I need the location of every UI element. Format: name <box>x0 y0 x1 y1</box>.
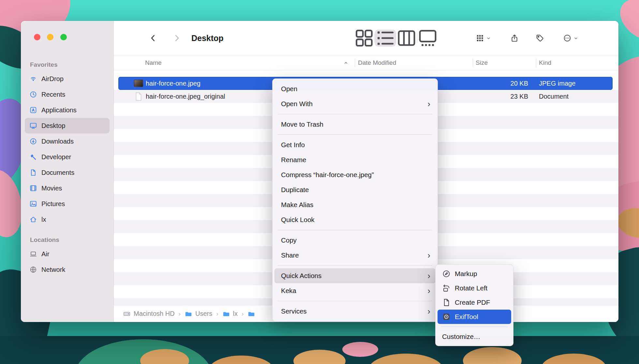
sidebar-item-air[interactable]: Air <box>25 246 110 262</box>
menu-item-open-with[interactable]: Open With <box>273 96 438 111</box>
menu-divider <box>278 301 432 301</box>
file-kind: JPEG image <box>539 77 575 90</box>
submenu-item-label: ExifTool <box>455 313 478 321</box>
menu-item-rename[interactable]: Rename <box>273 152 438 167</box>
film-icon <box>29 184 37 192</box>
sidebar-item-developer[interactable]: Developer <box>25 149 110 165</box>
sidebar-item-desktop[interactable]: Desktop <box>25 118 110 133</box>
icon-view-button[interactable] <box>354 30 375 47</box>
column-header-size[interactable]: Size <box>476 55 488 70</box>
column-header-kind[interactable]: Kind <box>539 55 551 70</box>
submenu-arrow-icon <box>427 100 430 108</box>
path-separator: › <box>179 310 181 317</box>
laptop-icon <box>29 250 37 258</box>
menu-item-label: Share <box>281 251 299 259</box>
tag-icon <box>536 34 544 42</box>
menu-item-copy[interactable]: Copy <box>273 233 438 248</box>
exiftool-icon <box>442 313 451 321</box>
menu-divider <box>278 134 432 135</box>
path-segment[interactable] <box>247 310 258 318</box>
menu-item-label: Get Info <box>281 141 305 149</box>
menu-item-label: Quick Look <box>281 216 315 224</box>
menu-divider <box>278 114 432 114</box>
sidebar-item-lx[interactable]: lx <box>25 212 110 227</box>
sidebar-item-label: Desktop <box>41 122 65 130</box>
sidebar-item-label: Recents <box>41 91 65 98</box>
submenu-item-customize[interactable]: Customize… <box>438 329 511 344</box>
column-divider[interactable] <box>355 58 355 67</box>
minimize-button[interactable] <box>47 34 53 40</box>
share-button[interactable] <box>506 30 523 47</box>
column-divider[interactable] <box>536 58 536 67</box>
create-pdf-icon <box>442 298 451 307</box>
column-view-button[interactable] <box>396 30 417 47</box>
submenu-item-label: Rotate Left <box>455 284 487 292</box>
submenu-item-create-pdf[interactable]: Create PDF <box>438 295 511 310</box>
submenu-item-rotate-left[interactable]: Rotate Left <box>438 281 511 295</box>
menu-item-compress[interactable]: Compress “hair-force-one.jpeg” <box>273 167 438 182</box>
gallery-view-button[interactable] <box>417 30 438 47</box>
jpeg-thumbnail-icon <box>134 80 143 87</box>
sidebar-item-network[interactable]: Network <box>25 262 110 277</box>
forward-button[interactable] <box>169 30 185 47</box>
sidebar-item-label: Developer <box>41 153 71 161</box>
menu-item-label: Services <box>281 307 307 315</box>
menu-divider <box>441 327 508 327</box>
list-view-button[interactable] <box>375 30 396 47</box>
zoom-button[interactable] <box>60 34 67 40</box>
folder-icon <box>185 310 192 318</box>
menu-item-quick-look[interactable]: Quick Look <box>273 212 438 227</box>
sidebar-item-label: Network <box>41 266 65 273</box>
sidebar-item-label: Air <box>41 250 49 258</box>
close-button[interactable] <box>34 34 40 40</box>
path-segment[interactable]: Macintosh HD <box>123 310 175 318</box>
menu-item-duplicate[interactable]: Duplicate <box>273 182 438 197</box>
path-segment[interactable]: lx <box>222 310 238 318</box>
tags-button[interactable] <box>532 30 548 47</box>
submenu-arrow-icon <box>427 251 430 259</box>
airdrop-icon <box>29 75 37 83</box>
submenu-arrow-icon <box>427 272 430 280</box>
sidebar-item-documents[interactable]: Documents <box>25 165 110 180</box>
menu-item-label: Move to Trash <box>281 120 323 128</box>
applications-icon <box>29 106 37 114</box>
column-divider[interactable] <box>473 58 473 67</box>
menu-item-keka[interactable]: Keka <box>273 283 438 298</box>
menu-item-label: Open <box>281 85 297 93</box>
file-kind: Document <box>539 90 569 103</box>
submenu-item-label: Markup <box>455 270 477 278</box>
menu-item-get-info[interactable]: Get Info <box>273 137 438 152</box>
desktop-icon <box>29 122 37 130</box>
submenu-item-markup[interactable]: Markup <box>438 267 511 281</box>
group-button[interactable] <box>471 30 495 47</box>
menu-item-open[interactable]: Open <box>273 81 438 96</box>
sidebar-item-pictures[interactable]: Pictures <box>25 196 110 212</box>
column-header-date-modified[interactable]: Date Modified <box>358 55 396 70</box>
search-button[interactable] <box>615 30 618 47</box>
group-icon <box>476 34 484 42</box>
sidebar-item-applications[interactable]: Applications <box>25 102 110 118</box>
more-actions-button[interactable] <box>558 30 583 47</box>
sidebar-item-recents[interactable]: Recents <box>25 87 110 102</box>
ellipsis-circle-icon <box>563 34 572 42</box>
menu-item-quick-actions[interactable]: Quick Actions <box>275 268 436 283</box>
menu-item-make-alias[interactable]: Make Alias <box>273 197 438 212</box>
column-header-name[interactable]: Name <box>145 55 162 70</box>
menu-item-move-to-trash[interactable]: Move to Trash <box>273 117 438 132</box>
submenu-item-exiftool[interactable]: ExifTool <box>438 310 511 324</box>
sidebar-item-movies[interactable]: Movies <box>25 180 110 196</box>
menu-item-label: Compress “hair-force-one.jpeg” <box>281 171 374 179</box>
clock-icon <box>29 91 37 98</box>
menu-item-label: Rename <box>281 156 306 164</box>
photo-icon <box>29 200 37 208</box>
path-segment[interactable]: Users <box>185 310 212 318</box>
file-size: 20 KB <box>511 77 528 90</box>
menu-item-services[interactable]: Services <box>273 304 438 319</box>
sidebar-item-airdrop[interactable]: AirDrop <box>25 71 110 87</box>
path-segment-label: Macintosh HD <box>134 310 175 317</box>
sidebar-item-downloads[interactable]: Downloads <box>25 133 110 149</box>
submenu-item-label: Customize… <box>442 333 480 341</box>
sidebar-item-label: Pictures <box>41 200 65 208</box>
menu-item-share[interactable]: Share <box>273 248 438 263</box>
back-button[interactable] <box>145 30 161 47</box>
